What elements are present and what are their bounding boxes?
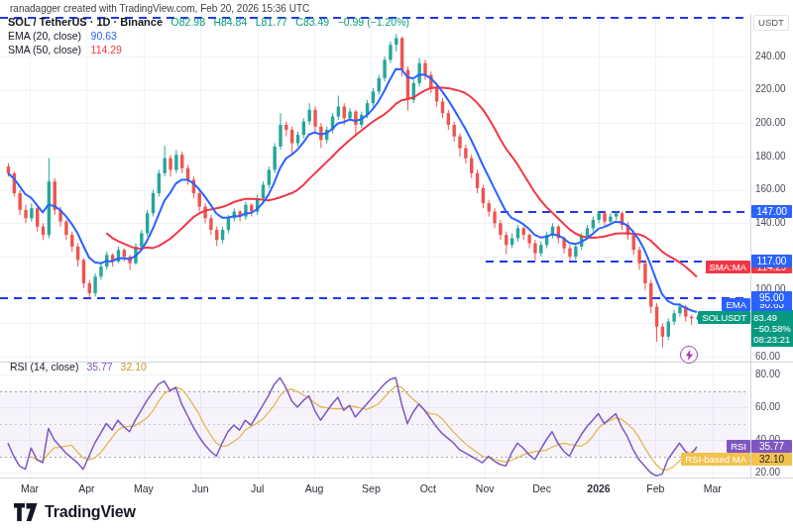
sma-axis-tag: SMA:MA — [706, 261, 750, 273]
symbol-axis-tag: SOLUSDT — [698, 311, 750, 324]
level-badge-147: 147.00 — [751, 205, 792, 218]
sma-indicator-name[interactable]: SMA (50, close) — [8, 44, 81, 55]
rsi-legend-row[interactable]: RSI (14, close) 35.77 32.10 — [10, 361, 147, 372]
rsi-axis-tag: RSI — [727, 440, 750, 453]
rsi-indicator-name[interactable]: RSI (14, close) — [10, 361, 78, 372]
last-price-badge: 83.49 −50.58% 08:23:21 — [751, 310, 793, 347]
symbol-axis-tag-wrap: SOLUSDT — [631, 311, 750, 324]
tradingview-logo[interactable]: TradingView — [14, 503, 136, 521]
attribution-text: ranadagger created with TradingView.com,… — [10, 3, 309, 14]
bar-countdown: 08:23:21 — [753, 334, 793, 345]
ohlc-open: O82.98 — [171, 16, 205, 28]
tradingview-logo-text: TradingView — [45, 503, 136, 521]
sma-axis-tag-wrap: SMA:MA — [631, 261, 750, 273]
rsi-indicator-value: 35.77 — [86, 361, 112, 372]
ema-legend-row[interactable]: EMA (20, close) 90.63 — [8, 29, 409, 42]
sma-indicator-value: 114.29 — [91, 44, 122, 55]
rsi-ma-indicator-value: 32.10 — [121, 361, 147, 372]
rsi-ma-axis-tag: RSI-based MA — [681, 453, 750, 466]
sma-legend-row[interactable]: SMA (50, close) 114.29 — [8, 43, 409, 55]
rsi-value-badge: 35.77 — [751, 440, 792, 453]
tradingview-mark-icon — [14, 503, 38, 521]
ohlc-high: H84.84 — [213, 16, 247, 28]
last-price-change: −50.58% — [753, 323, 793, 334]
ema-indicator-name[interactable]: EMA (20, close) — [8, 30, 81, 42]
rsi-ma-value-badge: 32.10 — [751, 453, 792, 466]
level-badge-117: 117.00 — [751, 255, 792, 267]
price-axis-currency-label: USDT — [753, 15, 789, 31]
last-price-value: 83.49 — [753, 312, 793, 323]
ema-axis-tag: EMA — [722, 298, 750, 311]
level-badge-95: 95.00 — [751, 291, 792, 304]
ohlc-low: L81.77 — [256, 16, 287, 28]
tradingview-chart-window: { "attribution": "ranadagger created wit… — [0, 0, 793, 532]
chart-legend: SOL / TetherUS · 1D · Binance O82.98 H84… — [8, 15, 409, 56]
ema-indicator-value: 90.63 — [91, 30, 117, 42]
ema-axis-tag-wrap: EMA — [631, 298, 750, 311]
ohlc-close: C83.49 — [295, 16, 329, 28]
lightning-bolt-icon — [685, 350, 694, 361]
rsi-ma-axis-tag-wrap: RSI-based MA — [631, 453, 750, 466]
symbol-legend-row[interactable]: SOL / TetherUS · 1D · Binance O82.98 H84… — [8, 15, 409, 28]
ohlc-change: −0.99 (−1.20%) — [338, 16, 409, 28]
rsi-axis-tag-wrap: RSI — [631, 440, 750, 453]
flash-idea-icon[interactable] — [680, 346, 698, 364]
